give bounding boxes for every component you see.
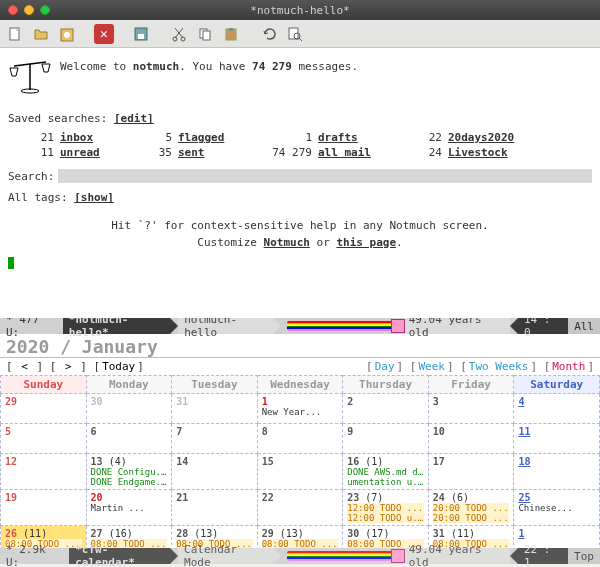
calendar-cell[interactable]: 12 (1, 454, 87, 490)
calendar-cell[interactable]: 5 (1, 424, 87, 454)
saved-search-link[interactable]: flagged (178, 131, 258, 144)
calendar-cell[interactable]: 15 (257, 454, 343, 490)
calendar-cell[interactable]: 18 (514, 454, 600, 490)
calendar-cell[interactable]: 8 (257, 424, 343, 454)
day-number: 29 (262, 528, 274, 539)
app-name: notmuch (133, 60, 179, 73)
prev-month-button[interactable]: < (19, 360, 30, 373)
calendar-event[interactable]: New Year... (262, 407, 339, 417)
calendar-grid: SundayMondayTuesdayWednesdayThursdayFrid… (0, 375, 600, 548)
calendar-cell[interactable]: 13 (4)DONE Configu...DONE Endgame... (86, 454, 172, 490)
day-number: 25 (518, 492, 530, 503)
calendar-cell[interactable]: 29 (1, 394, 87, 424)
day-number: 21 (176, 492, 188, 503)
notmuch-logo-icon (8, 54, 52, 94)
view-two-weeks-button[interactable]: Two Weeks (467, 360, 531, 373)
day-number: 3 (433, 396, 439, 407)
new-file-icon[interactable] (4, 23, 26, 45)
calendar-cell[interactable]: 21 (172, 490, 258, 526)
calendar-cell[interactable]: 16 (1)DONE AWS.md documentation u... (343, 454, 429, 490)
calendar-cell[interactable]: 7 (172, 424, 258, 454)
calendar-cell[interactable]: 19 (1, 490, 87, 526)
search-count: 11 (22, 146, 60, 159)
message-count: 74 279 (252, 60, 292, 73)
calendar-cell[interactable]: 30 (86, 394, 172, 424)
calendar-cell[interactable]: 14 (172, 454, 258, 490)
saved-search-link[interactable]: drafts (318, 131, 408, 144)
calendar-cell[interactable]: 22 (257, 490, 343, 526)
saved-search-link[interactable]: unread (60, 146, 140, 159)
saved-search-link[interactable]: inbox (60, 131, 140, 144)
calendar-event[interactable]: DONE Configu... (91, 467, 168, 477)
find-icon[interactable] (284, 23, 306, 45)
day-header: Friday (428, 376, 514, 394)
today-button[interactable]: Today (100, 360, 137, 373)
search-count: 5 (140, 131, 178, 144)
calendar-event[interactable]: DONE Endgame... (91, 477, 168, 487)
day-number: 5 (5, 426, 11, 437)
paste-icon[interactable] (220, 23, 242, 45)
day-header: Sunday (1, 376, 87, 394)
calendar-cell[interactable]: 9 (343, 424, 429, 454)
day-header: Wednesday (257, 376, 343, 394)
cut-icon[interactable] (168, 23, 190, 45)
modeline2-buffer: *cfw-calendar* (69, 548, 170, 564)
calendar-event[interactable]: Martin ... (91, 503, 168, 513)
edit-saved-searches-button[interactable]: [edit] (114, 112, 154, 125)
open-folder-icon[interactable] (30, 23, 52, 45)
customize-this-page-link[interactable]: this page (336, 236, 396, 249)
customize-notmuch-link[interactable]: Notmuch (264, 236, 310, 249)
view-month-button[interactable]: Month (550, 360, 587, 373)
day-number: 14 (176, 456, 188, 467)
calendar-cell[interactable]: 6 (86, 424, 172, 454)
calendar-cell[interactable]: 31 (172, 394, 258, 424)
svg-rect-9 (203, 31, 210, 40)
calendar-cell[interactable]: 25Chinese... (514, 490, 600, 526)
calendar-cell[interactable]: 24 (6)20:00 TODO ...20:00 TODO ... (428, 490, 514, 526)
day-number: 29 (5, 396, 17, 407)
calendar-cell[interactable]: 23 (7)12:00 TODO ...12:00 TODO u... (343, 490, 429, 526)
svg-rect-5 (138, 34, 144, 39)
calendar-cell[interactable]: 3 (428, 394, 514, 424)
calendar-cell[interactable]: 1New Year... (257, 394, 343, 424)
day-number: 22 (262, 492, 274, 503)
saved-search-link[interactable]: all mail (318, 146, 408, 159)
view-day-button[interactable]: Day (373, 360, 397, 373)
calendar-event[interactable]: Chinese... (518, 503, 595, 513)
calendar-event[interactable]: DONE AWS.md doc (347, 467, 424, 477)
undo-icon[interactable] (258, 23, 280, 45)
saved-search-link[interactable]: 20days2020 (448, 131, 558, 144)
next-month-button[interactable]: > (63, 360, 74, 373)
day-number: 4 (518, 396, 524, 407)
view-week-button[interactable]: Week (416, 360, 447, 373)
show-all-tags-button[interactable]: [show] (74, 191, 114, 204)
welcome-mid: . You have (179, 60, 252, 73)
calendar-event[interactable]: 12:00 TODO ... (347, 503, 424, 513)
calendar-cell[interactable]: 11 (514, 424, 600, 454)
calendar-event[interactable]: 20:00 TODO ... (433, 513, 510, 523)
saved-search-link[interactable]: Livestock (448, 146, 558, 159)
day-number: 8 (262, 426, 268, 437)
calendar-event[interactable]: 20:00 TODO ... (433, 503, 510, 513)
modeline2-age: 49.04 years old (403, 548, 510, 564)
search-input[interactable] (58, 169, 592, 183)
calendar-event[interactable]: 08:00 TODO ... (262, 539, 339, 548)
save-icon[interactable] (130, 23, 152, 45)
calendar-event[interactable]: umentation u... (347, 477, 424, 487)
calendar-cell[interactable]: 29 (13)08:00 TODO ... (257, 526, 343, 549)
kill-buffer-icon[interactable]: ✕ (94, 24, 114, 44)
calendar-cell[interactable]: 20Martin ... (86, 490, 172, 526)
calendar-cell[interactable]: 10 (428, 424, 514, 454)
copy-icon[interactable] (194, 23, 216, 45)
day-number: 9 (347, 426, 353, 437)
event-count: (11) (17, 528, 47, 539)
calendar-event[interactable]: 12:00 TODO u... (347, 513, 424, 523)
calendar-cell[interactable]: 2 (343, 394, 429, 424)
saved-search-link[interactable]: sent (178, 146, 258, 159)
disk-icon[interactable] (56, 23, 78, 45)
calendar-cell[interactable]: 17 (428, 454, 514, 490)
calendar-cell[interactable]: 4 (514, 394, 600, 424)
help-line-2a: Customize (197, 236, 263, 249)
search-count: 1 (258, 131, 318, 144)
day-number: 30 (91, 396, 103, 407)
